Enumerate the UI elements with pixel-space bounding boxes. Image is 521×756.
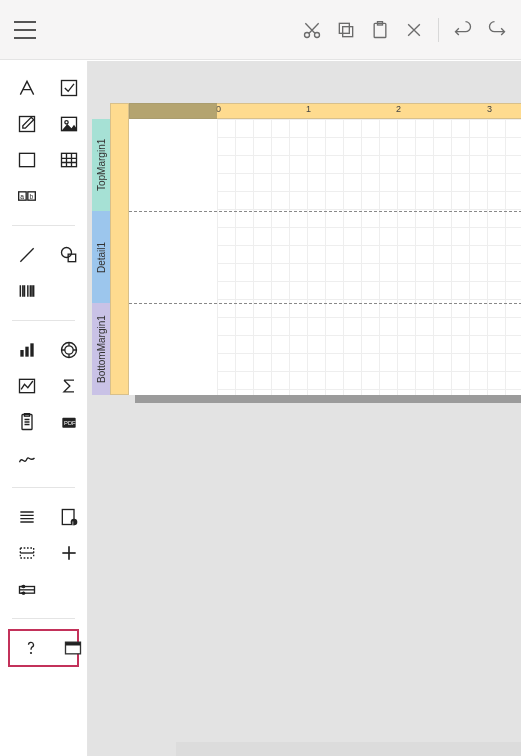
checkbox-tool[interactable] (54, 75, 84, 101)
svg-rect-2 (339, 23, 349, 33)
band-label-topmargin[interactable]: TopMargin1 (92, 119, 110, 211)
svg-rect-17 (68, 254, 76, 261)
grid-overlay (217, 119, 521, 395)
undo-button[interactable] (453, 20, 473, 40)
horizontal-scrollbar[interactable] (176, 742, 521, 756)
barcode-tool[interactable] (12, 278, 42, 304)
table-tool[interactable] (54, 147, 84, 173)
ruler-mark: 3 (487, 104, 492, 114)
band-label-gutter: TopMargin1 Detail1 BottomMargin1 (92, 119, 112, 395)
picture-tool[interactable] (54, 111, 84, 137)
pdf-tool[interactable]: PDF (54, 409, 84, 435)
left-margin-area (129, 119, 217, 395)
main-area: ab PDF i (0, 61, 521, 756)
band-separator[interactable] (129, 211, 521, 212)
svg-text:PDF: PDF (64, 420, 76, 426)
svg-rect-3 (343, 26, 353, 36)
svg-point-1 (315, 32, 320, 37)
svg-rect-11 (62, 153, 77, 166)
svg-rect-18 (20, 350, 23, 357)
paste-button[interactable] (370, 20, 390, 40)
svg-point-32 (22, 585, 25, 588)
svg-point-22 (65, 346, 73, 354)
svg-point-34 (30, 652, 32, 654)
charcomb-tool[interactable]: ab (12, 183, 42, 209)
svg-rect-10 (20, 153, 35, 166)
svg-rect-19 (25, 347, 28, 357)
toolbar-separator (438, 18, 439, 42)
design-surface[interactable] (129, 119, 521, 395)
redo-button[interactable] (487, 20, 507, 40)
richtext-tool[interactable] (12, 111, 42, 137)
panel-tool[interactable] (12, 147, 42, 173)
svg-point-33 (22, 592, 25, 595)
sigma-tool[interactable] (54, 373, 84, 399)
highlighted-tool-group (8, 629, 79, 667)
cut-button[interactable] (302, 20, 322, 40)
toolbox-divider (12, 320, 75, 321)
pivot-tool[interactable] (12, 576, 42, 602)
svg-text:b: b (30, 193, 34, 200)
band-label-bottommargin[interactable]: BottomMargin1 (92, 303, 110, 395)
band-separator[interactable] (129, 303, 521, 304)
band-label-detail[interactable]: Detail1 (92, 211, 110, 303)
window-tool[interactable] (58, 635, 88, 661)
edit-tools (302, 18, 507, 42)
svg-rect-36 (66, 642, 81, 645)
help-tool[interactable] (16, 635, 46, 661)
crossband-line-tool[interactable] (12, 540, 42, 566)
top-toolbar (0, 0, 521, 60)
pageinfo-tool[interactable]: i (54, 504, 84, 530)
label-tool[interactable] (12, 75, 42, 101)
report-canvas[interactable]: TopMargin1 Detail1 BottomMargin1 0 1 2 3 (88, 61, 521, 756)
shape-tool[interactable] (54, 242, 84, 268)
chart-tool[interactable] (12, 337, 42, 363)
ruler-mark: 1 (306, 104, 311, 114)
delete-button[interactable] (404, 20, 424, 40)
svg-point-9 (65, 121, 68, 124)
line-tool[interactable] (12, 242, 42, 268)
svg-point-16 (62, 248, 72, 258)
svg-rect-6 (62, 81, 77, 96)
gauge-tool[interactable] (54, 337, 84, 363)
svg-text:a: a (20, 193, 24, 200)
copy-button[interactable] (336, 20, 356, 40)
crossband-box-tool[interactable] (54, 540, 84, 566)
ruler-margin-overlay (129, 103, 217, 119)
toolbox-divider (12, 618, 75, 619)
toolbox-divider (12, 487, 75, 488)
ruler-mark: 2 (396, 104, 401, 114)
toolbox-sidebar: ab PDF i (0, 61, 88, 756)
menu-button[interactable] (14, 21, 36, 39)
svg-text:i: i (72, 520, 73, 526)
sparkline-tool[interactable] (12, 373, 42, 399)
svg-point-0 (305, 32, 310, 37)
toolbox-divider (12, 225, 75, 226)
subreport-tool[interactable] (12, 409, 42, 435)
signature-tool[interactable] (12, 445, 42, 471)
vertical-ruler[interactable] (110, 103, 129, 395)
svg-rect-20 (30, 343, 33, 356)
toc-tool[interactable] (12, 504, 42, 530)
canvas-shadow (135, 395, 521, 403)
